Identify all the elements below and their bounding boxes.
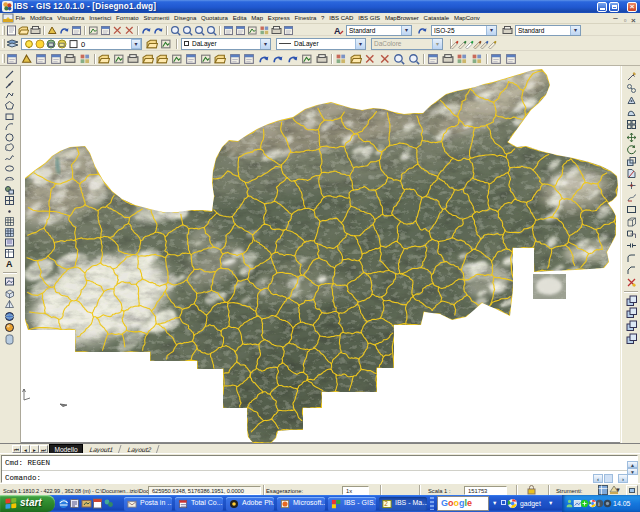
svg-text:A: A xyxy=(6,259,13,269)
svg-text:A: A xyxy=(334,26,341,36)
svg-text:i: i xyxy=(599,501,600,507)
svg-text:2: 2 xyxy=(384,500,388,507)
svg-text:0: 0 xyxy=(81,40,85,49)
